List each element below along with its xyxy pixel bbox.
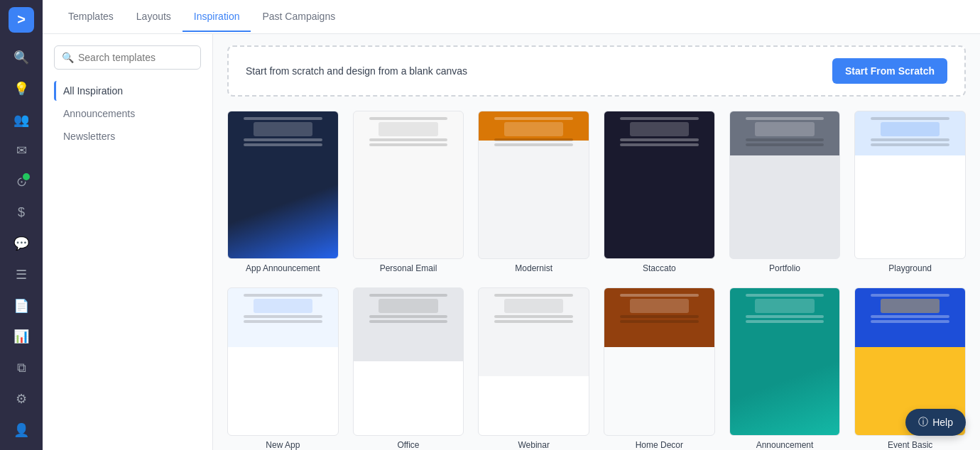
template-card-staccato[interactable]: Staccato [604,111,715,273]
sidebar-item-list[interactable]: ☰ [9,262,34,287]
template-thumb-portfolio [729,111,841,259]
templates-area: Start from scratch and design from a bla… [213,34,980,450]
template-card-personal-email[interactable]: Personal Email [353,111,464,273]
template-name-modernist: Modernist [478,263,589,273]
filter-announcements[interactable]: Announcements [54,104,201,124]
template-thumb-office [353,287,464,436]
template-thumb-staccato [604,111,715,259]
sidebar-item-circle[interactable]: ⊙ [9,169,34,194]
left-panel: 🔍 All Inspiration Announcements Newslett… [43,34,213,450]
template-thumb-app-announcement [227,111,339,259]
template-name-portfolio: Portfolio [729,263,841,273]
template-card-modernist[interactable]: Modernist [478,111,589,273]
template-card-webinar[interactable]: Webinar [478,287,589,450]
scratch-banner: Start from scratch and design from a bla… [227,45,966,97]
template-thumb-announcement [729,287,841,436]
template-card-new-app[interactable]: New App [227,287,339,450]
search-input[interactable] [78,52,193,63]
template-card-playground[interactable]: Playground [854,111,966,273]
template-thumb-playground [854,111,966,259]
filter-section: All Inspiration Announcements Newsletter… [54,81,201,146]
filter-all-inspiration[interactable]: All Inspiration [54,81,201,101]
template-name-new-app: New App [227,440,339,450]
template-name-webinar: Webinar [478,440,589,450]
content-area: 🔍 All Inspiration Announcements Newslett… [43,34,980,450]
template-card-app-announcement[interactable]: App Announcement [227,111,339,273]
tab-past-campaigns[interactable]: Past Campaigns [251,2,347,32]
start-from-scratch-button[interactable]: Start From Scratch [832,58,947,84]
sidebar-item-bulb[interactable]: 💡 [9,76,34,101]
sidebar-item-users[interactable]: 👥 [9,107,34,133]
tab-layouts[interactable]: Layouts [125,2,183,32]
template-name-office: Office [353,440,464,450]
sidebar-item-doc[interactable]: 📄 [9,293,34,319]
sidebar-item-chart[interactable]: 📊 [9,324,34,349]
sidebar: > 🔍 💡 👥 ✉ ⊙ $ 💬 ☰ 📄 📊 ⧉ ⚙ 👤 [0,0,43,450]
template-name-playground: Playground [854,263,966,273]
sidebar-item-layers[interactable]: ⧉ [9,355,34,380]
template-card-portfolio[interactable]: Portfolio [729,111,841,273]
template-thumb-webinar [478,287,589,436]
template-thumb-new-app [227,287,339,436]
template-name-announcement: Announcement [729,440,841,450]
template-name-home-decor: Home Decor [604,440,715,450]
templates-grid: App Announcement Personal Email [227,111,966,450]
app-logo[interactable]: > [9,7,34,33]
help-icon: ⓘ [918,416,928,429]
template-thumb-home-decor [604,287,715,436]
sidebar-item-chat[interactable]: 💬 [9,231,34,256]
sidebar-item-search[interactable]: 🔍 [9,45,34,71]
filter-newsletters[interactable]: Newsletters [54,126,201,146]
sidebar-item-mail[interactable]: ✉ [9,138,34,164]
tab-inspiration[interactable]: Inspiration [183,2,251,32]
template-name-app-announcement: App Announcement [227,263,339,273]
search-box[interactable]: 🔍 [54,45,201,70]
sidebar-item-avatar[interactable]: 👤 [9,417,34,443]
template-card-announcement[interactable]: Announcement [729,287,841,450]
template-name-event-basic: Event Basic [854,440,966,450]
template-thumb-personal-email [353,111,464,259]
help-button[interactable]: ⓘ Help [905,409,966,436]
search-icon: 🔍 [62,52,74,63]
scratch-banner-text: Start from scratch and design from a bla… [246,65,467,77]
sidebar-item-settings[interactable]: ⚙ [9,386,34,412]
template-card-office[interactable]: Office [353,287,464,450]
template-name-personal-email: Personal Email [353,263,464,273]
template-card-home-decor[interactable]: Home Decor [604,287,715,450]
main-content: Templates Layouts Inspiration Past Campa… [43,0,980,450]
template-thumb-modernist [478,111,589,259]
tab-templates[interactable]: Templates [57,2,125,32]
template-name-staccato: Staccato [604,263,715,273]
top-nav: Templates Layouts Inspiration Past Campa… [43,0,980,34]
sidebar-item-dollar[interactable]: $ [9,200,34,226]
